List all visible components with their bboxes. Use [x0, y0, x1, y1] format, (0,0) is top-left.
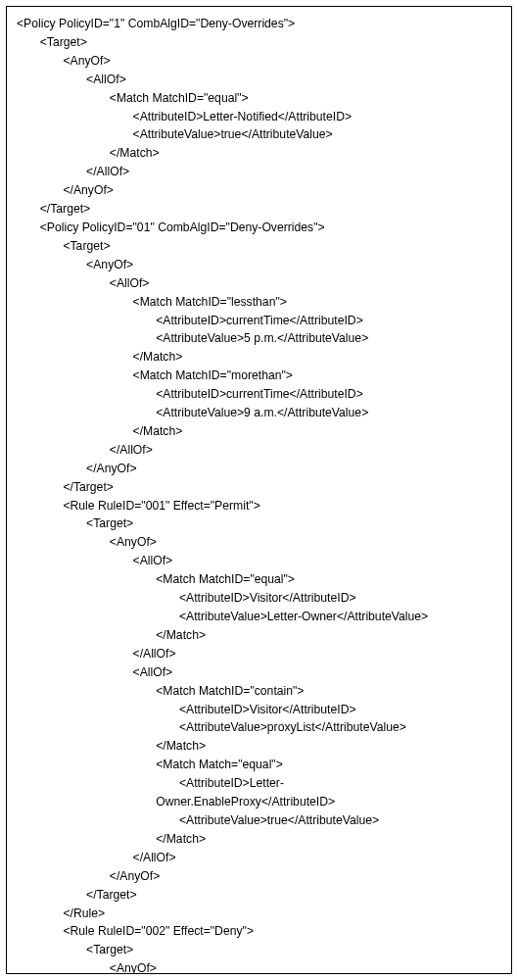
xml-code-block: <Policy PolicyID="1" CombAlgID="Deny-Ove… [17, 15, 501, 974]
code-document: <Policy PolicyID="1" CombAlgID="Deny-Ove… [6, 6, 512, 974]
